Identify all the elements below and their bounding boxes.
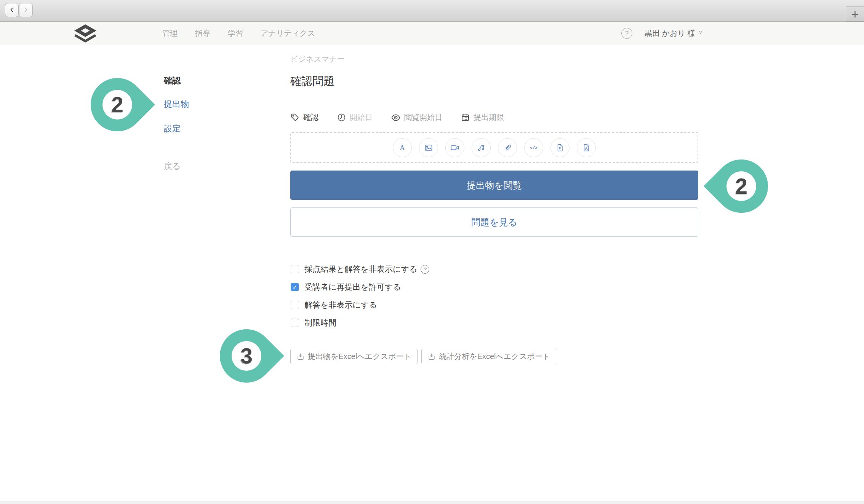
meta-row: 確認 開始日 閲覧開始日 <box>290 112 504 123</box>
export-submissions-button[interactable]: 提出物をExcelへエクスポート <box>290 349 418 364</box>
clock-icon <box>337 113 346 122</box>
nav-item-admin[interactable]: 管理 <box>162 28 178 38</box>
user-name: 黒田 かおり 様 <box>645 28 695 38</box>
marker-circle <box>232 341 261 371</box>
image-icon <box>424 143 433 152</box>
option-hide-results: ✓ 採点結果と解答を非表示にする ? <box>291 264 429 274</box>
meta-type: 確認 <box>290 112 318 123</box>
help-icon[interactable]: ? <box>621 28 632 39</box>
marker-circle <box>726 171 756 201</box>
hide-results-checkbox[interactable]: ✓ <box>291 265 299 273</box>
text-icon: A <box>397 143 407 153</box>
sidebar-section-kakunin: 確認 <box>164 75 181 86</box>
annotation-marker-2-button: 2 <box>715 159 768 213</box>
browser-chrome: ‹ › + <box>0 0 864 22</box>
image-attachment-button[interactable] <box>419 138 438 157</box>
breadcrumb: ビジネスマナー <box>290 54 345 64</box>
audio-attachment-button[interactable] <box>472 138 491 157</box>
pdf-file-icon <box>582 143 591 152</box>
meta-view-start-date: 閲覧開始日 <box>391 112 442 123</box>
music-icon <box>477 143 486 152</box>
page: ‹ › + 管理 指導 学習 アナリティクス ? 黒田 かおり 様 ˅ 確認 提… <box>0 0 864 504</box>
meta-start-date: 開始日 <box>337 112 373 123</box>
video-attachment-button[interactable] <box>445 138 464 157</box>
view-submissions-button[interactable]: 提出物を閲覧 <box>290 171 698 200</box>
option-allow-resubmit: ✓ 受講者に再提出を許可する <box>291 282 401 292</box>
export-statistics-label: 統計分析をExcelへエクスポート <box>439 351 550 362</box>
annotation-marker-3-export: 3 <box>220 329 273 383</box>
chevron-down-icon: ˅ <box>699 29 702 36</box>
meta-view-start-date-label: 閲覧開始日 <box>404 112 442 123</box>
nav-item-analytics[interactable]: アナリティクス <box>261 28 315 38</box>
meta-deadline-label: 提出期限 <box>474 112 504 123</box>
view-questions-button[interactable]: 問題を見る <box>290 207 698 237</box>
option-label: 採点結果と解答を非表示にする <box>304 264 417 274</box>
svg-text:A: A <box>400 144 405 152</box>
meta-deadline: 提出期限 <box>461 112 504 123</box>
teardrop-pointer-icon <box>80 67 155 142</box>
user-menu[interactable]: 黒田 かおり 様 ˅ <box>645 22 702 45</box>
video-icon <box>450 143 460 153</box>
option-label: 制限時間 <box>304 317 336 328</box>
tag-icon <box>290 113 300 122</box>
new-tab-button[interactable]: + <box>846 6 864 22</box>
browser-forward-button[interactable]: › <box>19 3 33 17</box>
option-time-limit: ✓ 制限時間 <box>291 318 336 328</box>
slide-file-icon: P <box>555 143 565 152</box>
sidebar-back-link[interactable]: 戻る <box>164 161 181 172</box>
export-buttons: 提出物をExcelへエクスポート 統計分析をExcelへエクスポート <box>290 349 556 364</box>
export-statistics-button[interactable]: 統計分析をExcelへエクスポート <box>421 349 556 364</box>
eye-icon <box>391 113 401 123</box>
slide-attachment-button[interactable]: P <box>550 138 570 157</box>
meta-start-date-label: 開始日 <box>350 112 373 123</box>
file-attachment-button[interactable] <box>498 138 517 157</box>
attachment-toolbar: A <box>290 132 698 163</box>
pdf-attachment-button[interactable] <box>577 138 596 157</box>
page-title: 確認問題 <box>290 74 334 89</box>
sidebar-item-settings[interactable]: 設定 <box>164 123 181 134</box>
hide-answers-checkbox[interactable]: ✓ <box>291 301 299 309</box>
bottom-strip <box>0 501 864 504</box>
divider <box>290 98 698 98</box>
marker-number: 3 <box>220 329 273 383</box>
paperclip-icon <box>503 143 512 152</box>
browser-back-button[interactable]: ‹ <box>5 3 19 17</box>
meta-type-label: 確認 <box>303 112 318 123</box>
marker-number: 2 <box>91 78 144 131</box>
app-logo layers-icon[interactable] <box>72 24 98 44</box>
svg-text:</>: </> <box>530 146 538 150</box>
teardrop-pointer-icon <box>209 318 284 394</box>
teardrop-pointer-icon <box>704 148 779 224</box>
nav-item-learn[interactable]: 学習 <box>228 28 243 38</box>
marker-circle <box>102 90 132 120</box>
code-icon: </> <box>529 143 539 153</box>
download-icon <box>296 352 305 361</box>
app-header: 管理 指導 学習 アナリティクス ? 黒田 かおり 様 ˅ <box>0 22 864 45</box>
nav-item-teach[interactable]: 指導 <box>195 28 210 38</box>
annotation-marker-2-sidebar: 2 <box>91 78 144 131</box>
allow-resubmit-checkbox[interactable]: ✓ <box>291 283 299 291</box>
option-label: 受講者に再提出を許可する <box>304 282 401 292</box>
calendar-icon <box>461 113 470 122</box>
option-hide-answers: ✓ 解答を非表示にする <box>291 300 377 310</box>
code-attachment-button[interactable]: </> <box>524 138 543 157</box>
main-nav: 管理 指導 学習 アナリティクス <box>162 22 315 45</box>
option-label: 解答を非表示にする <box>304 300 377 310</box>
sidebar-item-submissions[interactable]: 提出物 <box>164 99 189 110</box>
download-icon <box>427 352 436 361</box>
svg-text:P: P <box>559 146 561 150</box>
time-limit-checkbox[interactable]: ✓ <box>291 319 299 327</box>
marker-number: 2 <box>715 159 768 213</box>
export-submissions-label: 提出物をExcelへエクスポート <box>308 351 411 362</box>
text-attachment-button[interactable]: A <box>393 138 412 157</box>
help-icon[interactable]: ? <box>421 265 429 274</box>
